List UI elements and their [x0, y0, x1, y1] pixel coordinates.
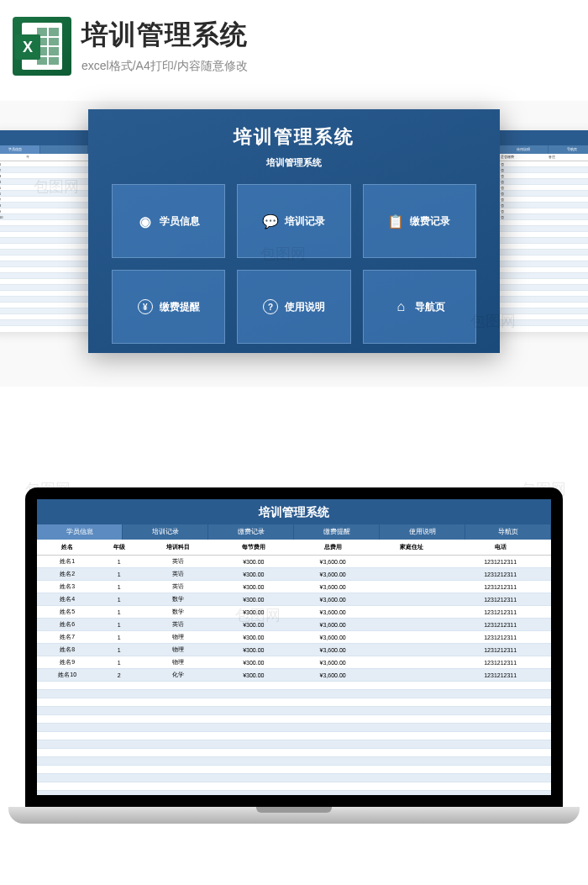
cell-fee: ¥300.00	[216, 568, 291, 581]
cell-subject: 物理	[140, 631, 216, 644]
cell-grade: 1	[97, 606, 140, 619]
cell-addr	[374, 619, 449, 631]
empty-row	[37, 774, 551, 782]
tile-home[interactable]: ⌂导航页	[363, 270, 476, 344]
cell-addr	[374, 669, 449, 682]
empty-row	[37, 740, 551, 749]
cell-phone: 1231212311	[449, 656, 551, 669]
person-icon: ◉	[138, 213, 153, 229]
sheet-title: 培训管理系统	[37, 499, 551, 524]
sheet-tab-4[interactable]: 使用说明	[380, 524, 465, 540]
cell-fee: ¥300.00	[216, 656, 291, 669]
laptop-preview: 培训管理系统 学员信息培训记录缴费记录缴费提醒使用说明导航页 姓名年级培训科目每…	[0, 487, 588, 849]
dashboard-title: 培训管理系统	[112, 124, 476, 150]
cell-phone: 1231212311	[449, 568, 551, 581]
cell-grade: 1	[97, 631, 140, 644]
cell-subject: 化学	[140, 669, 216, 682]
cell-grade: 1	[97, 644, 140, 656]
cell-total: ¥3,600.00	[291, 606, 375, 619]
cell-subject: 英语	[140, 556, 216, 568]
table-row: 姓名102化学¥300.00¥3,600.001231212311	[37, 669, 551, 682]
tile-label: 培训记录	[285, 214, 325, 229]
cell-addr	[374, 644, 449, 656]
sheet-tab-3[interactable]: 缴费提醒	[294, 524, 380, 540]
cell-subject: 数学	[140, 606, 216, 619]
empty-row	[37, 715, 551, 724]
bg-tab: 使用说明	[500, 145, 549, 154]
bg-tab: 学员信息	[0, 145, 40, 154]
empty-row	[37, 791, 551, 796]
empty-row	[37, 757, 551, 766]
chat-icon: 💬	[263, 213, 278, 229]
cell-total: ¥3,600.00	[291, 619, 375, 631]
cell-grade: 1	[97, 656, 140, 669]
sheet-tab-5[interactable]: 导航页	[465, 524, 551, 540]
cell-grade: 1	[97, 556, 140, 568]
cell-phone: 1231212311	[449, 619, 551, 631]
cell-phone: 1231212311	[449, 669, 551, 682]
cell-fee: ¥300.00	[216, 644, 291, 656]
table-row: 姓名71物理¥300.00¥3,600.001231212311	[37, 631, 551, 644]
question-icon: ?	[263, 299, 278, 314]
cell-total: ¥3,600.00	[291, 644, 375, 656]
cell-addr	[374, 556, 449, 568]
cell-fee: ¥300.00	[216, 606, 291, 619]
cell-addr	[374, 606, 449, 619]
cell-subject: 英语	[140, 581, 216, 593]
data-table: 姓名年级培训科目每节费用总费用家庭住址电话 姓名11英语¥300.00¥3,60…	[37, 540, 551, 795]
tile-yen[interactable]: ¥缴费提醒	[112, 270, 225, 344]
cell-grade: 2	[97, 669, 140, 682]
cell-total: ¥3,600.00	[291, 568, 375, 581]
cell-total: ¥3,600.00	[291, 593, 375, 606]
col-header: 每节费用	[216, 540, 291, 556]
col-header: 总费用	[291, 540, 375, 556]
table-row: 姓名61英语¥300.00¥3,600.001231212311	[37, 619, 551, 631]
table-row: 姓名21英语¥300.00¥3,600.001231212311	[37, 568, 551, 581]
cell-name: 姓名10	[37, 669, 97, 682]
empty-row	[37, 690, 551, 698]
home-icon: ⌂	[393, 299, 408, 314]
cell-subject: 英语	[140, 619, 216, 631]
empty-row	[37, 782, 551, 791]
sheet-tab-1[interactable]: 培训记录	[123, 524, 208, 540]
clipboard-icon: 📋	[388, 213, 403, 229]
cell-name: 姓名1	[37, 556, 97, 568]
col-header: 年级	[97, 540, 140, 556]
bg-tab: 导航页	[549, 145, 589, 154]
cell-phone: 1231212311	[449, 606, 551, 619]
sheet-tab-0[interactable]: 学员信息	[37, 524, 123, 540]
cell-total: ¥3,600.00	[291, 656, 375, 669]
cell-name: 姓名2	[37, 568, 97, 581]
cell-fee: ¥300.00	[216, 556, 291, 568]
cell-phone: 1231212311	[449, 556, 551, 568]
cell-total: ¥3,600.00	[291, 631, 375, 644]
cell-name: 姓名3	[37, 581, 97, 593]
dashboard-subtitle: 培训管理系统	[112, 156, 476, 169]
table-row: 姓名81物理¥300.00¥3,600.001231212311	[37, 644, 551, 656]
cell-phone: 1231212311	[449, 581, 551, 593]
table-row: 姓名41数学¥300.00¥3,600.001231212311	[37, 593, 551, 606]
tile-person[interactable]: ◉学员信息	[112, 184, 225, 258]
cell-addr	[374, 593, 449, 606]
cell-addr	[374, 656, 449, 669]
sheet-tab-2[interactable]: 缴费记录	[208, 524, 294, 540]
empty-row	[37, 707, 551, 715]
cell-grade: 1	[97, 581, 140, 593]
cell-grade: 1	[97, 593, 140, 606]
cell-fee: ¥300.00	[216, 669, 291, 682]
table-row: 姓名31英语¥300.00¥3,600.001231212311	[37, 581, 551, 593]
cell-subject: 物理	[140, 644, 216, 656]
bg-col: 备注	[548, 154, 588, 161]
table-row: 姓名51数学¥300.00¥3,600.001231212311	[37, 606, 551, 619]
cell-phone: 1231212311	[449, 644, 551, 656]
cell-grade: 1	[97, 568, 140, 581]
tile-label: 缴费提醒	[160, 300, 200, 314]
tile-clipboard[interactable]: 📋缴费记录	[363, 184, 476, 258]
cell-addr	[374, 581, 449, 593]
main-dashboard-card: 培训管理系统 培训管理系统 ◉学员信息💬培训记录📋缴费记录¥缴费提醒?使用说明⌂…	[88, 109, 500, 353]
tile-chat[interactable]: 💬培训记录	[237, 184, 350, 258]
cell-name: 姓名7	[37, 631, 97, 644]
tile-question[interactable]: ?使用说明	[237, 270, 350, 344]
excel-icon: X	[13, 17, 71, 76]
cell-subject: 英语	[140, 568, 216, 581]
